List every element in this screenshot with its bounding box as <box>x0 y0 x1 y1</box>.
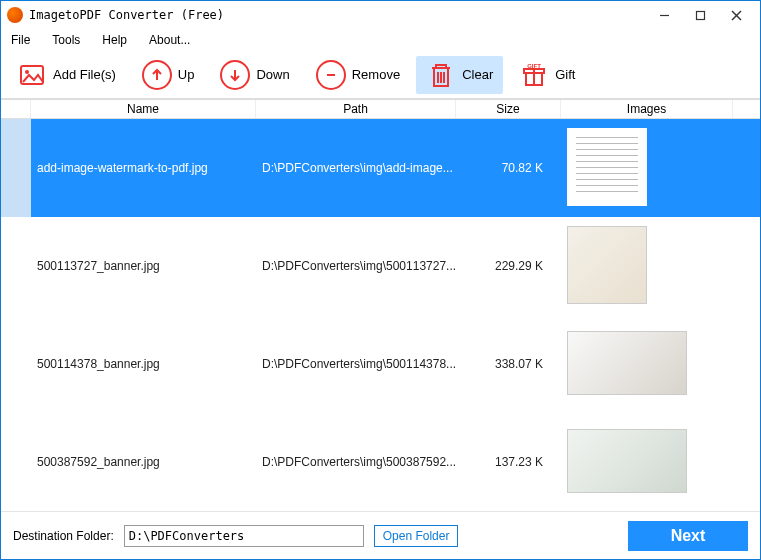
minimize-button[interactable] <box>646 1 682 29</box>
svg-rect-1 <box>696 11 704 19</box>
row-check[interactable] <box>1 217 31 315</box>
table-row[interactable]: 500113727_banner.jpgD:\PDFConverters\img… <box>1 217 760 315</box>
row-check[interactable] <box>1 315 31 413</box>
column-path[interactable]: Path <box>256 100 456 118</box>
up-button[interactable]: Up <box>132 56 205 94</box>
titlebar: ImagetoPDF Converter (Free) <box>1 1 760 29</box>
cell-thumb <box>561 226 733 307</box>
table-row[interactable]: 500114378_banner.jpgD:\PDFConverters\img… <box>1 315 760 413</box>
cell-name: add-image-watermark-to-pdf.jpg <box>31 161 256 175</box>
cell-name: 500114378_banner.jpg <box>31 357 256 371</box>
image-icon <box>17 60 47 90</box>
trash-icon <box>426 60 456 90</box>
cell-name: 500113727_banner.jpg <box>31 259 256 273</box>
menu-help[interactable]: Help <box>102 33 127 47</box>
cell-size: 137.23 K <box>456 455 561 469</box>
maximize-button[interactable] <box>682 1 718 29</box>
svg-text:GIFT: GIFT <box>527 63 541 69</box>
menu-tools[interactable]: Tools <box>52 33 80 47</box>
remove-label: Remove <box>352 67 400 82</box>
down-button[interactable]: Down <box>210 56 299 94</box>
next-button[interactable]: Next <box>628 521 748 551</box>
cell-thumb <box>561 331 733 398</box>
gift-button[interactable]: GIFT Gift <box>509 56 585 94</box>
menu-file[interactable]: File <box>11 33 30 47</box>
table-row[interactable]: 500387592_banner.jpgD:\PDFConverters\img… <box>1 413 760 511</box>
destination-label: Destination Folder: <box>13 529 114 543</box>
arrow-up-icon <box>142 60 172 90</box>
table-body[interactable]: add-image-watermark-to-pdf.jpgD:\PDFConv… <box>1 119 760 511</box>
thumbnail-icon <box>567 128 647 206</box>
clear-label: Clear <box>462 67 493 82</box>
gift-icon: GIFT <box>519 60 549 90</box>
column-select[interactable] <box>1 100 31 118</box>
gift-label: Gift <box>555 67 575 82</box>
column-name[interactable]: Name <box>31 100 256 118</box>
open-folder-button[interactable]: Open Folder <box>374 525 459 547</box>
minus-icon <box>316 60 346 90</box>
cell-size: 70.82 K <box>456 161 561 175</box>
thumbnail-icon <box>567 331 687 395</box>
menubar: File Tools Help About... <box>1 29 760 51</box>
svg-point-5 <box>25 70 29 74</box>
arrow-down-icon <box>220 60 250 90</box>
column-size[interactable]: Size <box>456 100 561 118</box>
menu-about[interactable]: About... <box>149 33 190 47</box>
close-button[interactable] <box>718 1 754 29</box>
row-check[interactable] <box>1 119 31 217</box>
cell-path: D:\PDFConverters\img\500387592... <box>256 455 456 469</box>
window-title: ImagetoPDF Converter (Free) <box>29 8 646 22</box>
clear-button[interactable]: Clear <box>416 56 503 94</box>
add-files-button[interactable]: Add File(s) <box>7 56 126 94</box>
table-header: Name Path Size Images <box>1 99 760 119</box>
toolbar: Add File(s) Up Down Remove Clear GIFT Gi… <box>1 51 760 99</box>
cell-name: 500387592_banner.jpg <box>31 455 256 469</box>
cell-thumb <box>561 429 733 496</box>
column-images[interactable]: Images <box>561 100 733 118</box>
remove-button[interactable]: Remove <box>306 56 410 94</box>
row-check[interactable] <box>1 413 31 511</box>
thumbnail-icon <box>567 429 687 493</box>
app-icon <box>7 7 23 23</box>
file-table: Name Path Size Images add-image-watermar… <box>1 99 760 511</box>
down-label: Down <box>256 67 289 82</box>
add-files-label: Add File(s) <box>53 67 116 82</box>
cell-path: D:\PDFConverters\img\500113727... <box>256 259 456 273</box>
destination-input[interactable] <box>124 525 364 547</box>
cell-size: 338.07 K <box>456 357 561 371</box>
thumbnail-icon <box>567 226 647 304</box>
cell-path: D:\PDFConverters\img\add-image... <box>256 161 456 175</box>
bottombar: Destination Folder: Open Folder Next <box>1 511 760 559</box>
cell-size: 229.29 K <box>456 259 561 273</box>
table-row[interactable]: add-image-watermark-to-pdf.jpgD:\PDFConv… <box>1 119 760 217</box>
cell-thumb <box>561 128 733 209</box>
up-label: Up <box>178 67 195 82</box>
cell-path: D:\PDFConverters\img\500114378... <box>256 357 456 371</box>
